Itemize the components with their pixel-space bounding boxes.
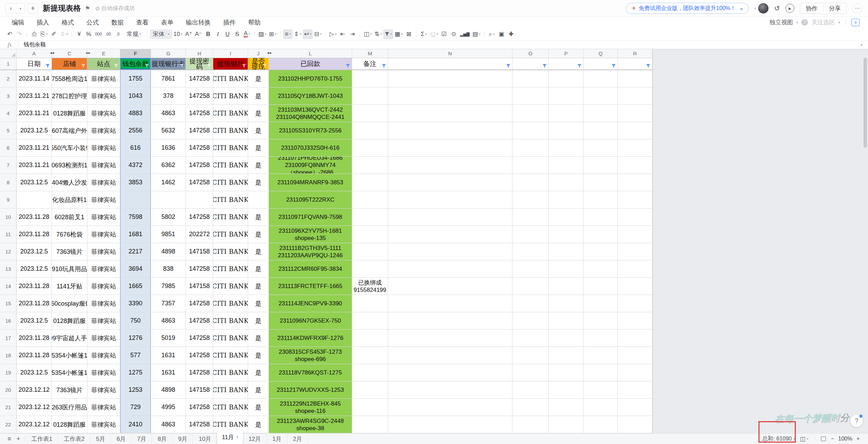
select-all-corner[interactable] [0,49,17,58]
cell-G7[interactable]: 6362 [151,157,186,174]
cell-I19[interactable]: CITI BANK [213,364,248,381]
chart-icon[interactable]: ▂▅▇ [459,29,471,39]
cell-R4[interactable] [618,105,652,122]
cell-C13[interactable]: 7910玩具用品1 [52,260,87,278]
cell-M18[interactable] [352,347,388,364]
cell-L15[interactable]: 231114JENC9PV9-3390 [269,295,352,312]
cell-R16[interactable] [618,312,652,330]
cell-A5[interactable]: 2023.12.5 [17,122,52,139]
cell-M17[interactable] [352,330,388,347]
format-painter-icon[interactable]: ⎘▾ [39,29,49,39]
cell-J20[interactable]: 是 [248,381,269,399]
cell-N9[interactable] [388,191,512,209]
cell-H11[interactable]: 202272 [186,226,213,243]
cell-F12[interactable]: 2217 [120,243,151,260]
number-format-select[interactable]: 常规▾ [123,29,145,39]
cell-A13[interactable]: 2023.12.5 [17,260,52,278]
present-icon[interactable]: ▶ [785,4,794,13]
cell-C12[interactable]: 7363镜片 [52,243,87,260]
cell-N18[interactable] [388,347,512,364]
cell-J1[interactable]: 是否提现 [248,58,269,70]
cell-A6[interactable]: 2023.11.21 [17,139,52,157]
cell-L12[interactable]: 231111B2GTH3V5-11112311203AAVP9QU-1246 [269,243,352,260]
cell-I21[interactable]: CITI BANK [213,399,248,416]
font-increase-icon[interactable]: A⁺ [184,29,194,39]
cell-F5[interactable]: 2556 [120,122,151,139]
cell-G18[interactable]: 1631 [151,347,186,364]
cell-Q11[interactable] [584,226,618,243]
cell-C17[interactable]: 4909宇宙超人手办1 [52,330,87,347]
vertical-scrollbar[interactable] [864,58,867,148]
cell-M12[interactable] [352,243,388,260]
history-icon[interactable]: ↺ [774,4,780,12]
cell-E16[interactable]: 菲律宾站 [87,312,120,330]
print-icon[interactable]: ⎙ [29,29,39,39]
cell-H4[interactable]: 147258 [186,105,213,122]
cell-P12[interactable] [549,243,584,260]
cell-E22[interactable]: 菲律宾站 [87,416,120,433]
cell-L17[interactable]: 231114KDWFRX9F-1276 [269,330,352,347]
collapse-avatars-icon[interactable]: ‹ [754,5,756,11]
cell-N19[interactable] [388,364,512,381]
cell-F21[interactable]: 729 [120,399,151,416]
cell-E3[interactable]: 菲律宾站 [87,87,120,105]
comment-panel-icon[interactable]: ≡ [851,19,860,26]
find-icon[interactable]: ⌕▾ [487,29,497,39]
cell-F22[interactable]: 2410 [120,416,151,433]
cell-H14[interactable]: 147158 [186,278,213,295]
cell-P21[interactable] [549,399,584,416]
cell-L9[interactable]: 2311095T222RXC [269,191,352,209]
checkbox-icon[interactable]: ☑ [439,29,449,39]
column-header-R[interactable]: R [618,49,652,58]
cell-F11[interactable]: 1681 [120,226,151,243]
cell-C5[interactable]: 4607高端户外1 [52,122,87,139]
cell-O19[interactable] [512,364,549,381]
cell-M7[interactable] [352,157,388,174]
filter-icon[interactable] [385,32,389,36]
cell-Q7[interactable] [584,157,618,174]
cell-H13[interactable]: 147258 [186,260,213,278]
row-header-22[interactable]: 22 [0,416,17,433]
document-title[interactable]: 新提现表格 [43,3,81,13]
cell-P8[interactable] [549,174,584,191]
cell-P20[interactable] [549,381,584,399]
cell-C22[interactable]: 0128舞蹈服 [52,416,87,433]
cell-A22[interactable]: 2023.12.12 [17,416,52,433]
vertical-align-icon[interactable]: ⇕▾ [293,29,303,39]
cell-Q13[interactable] [584,260,618,278]
sum-indicator[interactable]: 总和: 61090 ▾ [762,435,795,443]
cell-E21[interactable]: 菲律宾站 [87,399,120,416]
cell-O16[interactable] [512,312,549,330]
cell-E1[interactable]: 站点 [87,58,120,70]
cell-L7[interactable]: 2311071PHUEU34-1686231009FQ8NMY74（shopee… [269,157,352,174]
cell-L5[interactable]: 231105S310YR73-2556 [269,122,352,139]
clear-format-icon[interactable]: ♢▾ [59,29,69,39]
cell-J21[interactable]: 是 [248,399,269,416]
cell-C16[interactable]: 0128舞蹈服 [52,312,87,330]
row-header-10[interactable]: 10 [0,209,17,226]
cell-N8[interactable] [388,174,512,191]
cell-E17[interactable]: 菲律宾站 [87,330,120,347]
cell-A14[interactable]: 2023.11.28 [17,278,52,295]
cell-C1[interactable]: 店铺 [52,58,87,70]
row-header-16[interactable]: 16 [0,312,17,330]
cell-P16[interactable] [549,312,584,330]
cell-L10[interactable]: 23110971FQVAN9-7598 [269,209,352,226]
font-select[interactable]: 宋体▾ [150,29,172,39]
cell-H20[interactable]: 147158 [186,381,213,399]
cell-G14[interactable]: 7985 [151,278,186,295]
paint-format-icon[interactable]: ✐ [49,29,59,39]
freeze-icon[interactable]: ◫▾ [362,29,373,39]
column-header-N[interactable]: N [388,49,512,58]
row-header-2[interactable]: 2 [0,70,17,87]
cell-J3[interactable]: 是 [248,87,269,105]
column-header-J[interactable]: J◄► [248,49,269,58]
text-color-icon[interactable]: A▾ [242,29,252,39]
cell-I12[interactable]: CITI BANK [213,243,248,260]
cell-A4[interactable]: 2023.11.21 [17,105,52,122]
cell-M6[interactable] [352,139,388,157]
sheet-tab-工作表1[interactable]: 工作表1 [26,434,58,444]
row-header-5[interactable]: 5 [0,122,17,139]
cell-J13[interactable]: 是 [248,260,269,278]
cell-N10[interactable] [388,209,512,226]
